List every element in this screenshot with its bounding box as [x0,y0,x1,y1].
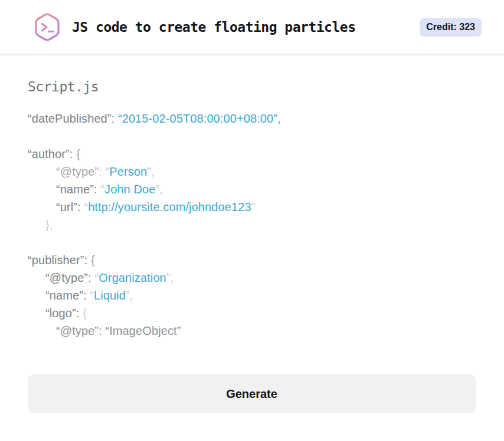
code-segment-light: { [83,307,87,320]
code-segment-light: ”, [166,271,174,284]
app-header: JS code to create floating particles Cre… [0,0,504,55]
code-segment-light: ”, [155,183,162,196]
code-segment-muted: { [76,147,80,160]
code-segment-key: “name” [56,183,94,196]
code-segment-light: : [99,165,105,178]
code-segment-blue: “2015-02-05T08:00:00+08:00”, [118,112,281,125]
code-segment-key: : [77,200,84,213]
code-segment-muted: “@type” [56,165,99,178]
code-blank-line [28,127,476,145]
code-segment-key: “publisher”: [28,254,91,266]
code-segment-plain: “@type”: “ImageObject” [56,324,181,337]
code-segment-key: : [94,183,100,196]
code-segment-light: ”, [126,289,133,302]
generate-button[interactable]: Generate [28,374,476,413]
code-segment-key: “@type” [45,271,88,284]
code-segment-key: “logo” [45,307,76,320]
code-segment-blue: http://yoursite.com/johndoe123 [88,200,251,213]
code-line: “name”: “Liquid”, [28,287,476,304]
code-line: “publisher”: { [28,251,476,269]
code-line: “@type”: “Person”, [28,163,476,180]
content-area: Script.js “datePublished”: “2015-02-05T0… [0,55,504,413]
code-blank-line [28,233,476,251]
code-line: }, [28,216,476,233]
code-segment-light: ” [251,200,256,213]
code-line: “datePublished”: “2015-02-05T08:00:00+08… [28,110,476,127]
credit-badge: Credit: 323 [420,18,482,37]
code-line: “author”: { [28,145,476,163]
code-block: “datePublished”: “2015-02-05T08:00:00+08… [28,110,476,340]
code-segment-blue: Organization [99,271,166,284]
code-segment-key: “author”: [28,147,76,160]
code-line: “url”: “http://yoursite.com/johndoe123” [28,198,476,216]
code-segment-key: “datePublished”: [28,112,118,125]
code-line: “@type”: “ImageObject” [28,322,476,340]
page-title: JS code to create floating particles [72,19,356,35]
script-filename-heading: Script.js [28,79,476,94]
code-segment-key: “url” [56,200,77,213]
code-segment-key: : [88,271,94,284]
code-segment-key: “name” [45,289,83,302]
code-line: “name”: “John Doe”, [28,180,476,198]
code-segment-light: }, [45,218,53,231]
code-segment-light: ”, [147,165,154,178]
code-line: “@type”: “Organization”, [28,269,476,287]
code-segment-blue: Liquid [94,289,126,302]
code-segment-muted: { [91,254,95,266]
code-segment-blue: Person [109,165,147,178]
code-segment-key: : [76,307,83,320]
code-segment-key: : [83,289,90,302]
terminal-hexagon-logo-icon [33,12,61,42]
code-segment-blue: John Doe [104,183,155,196]
code-line: “logo”: { [28,304,476,322]
